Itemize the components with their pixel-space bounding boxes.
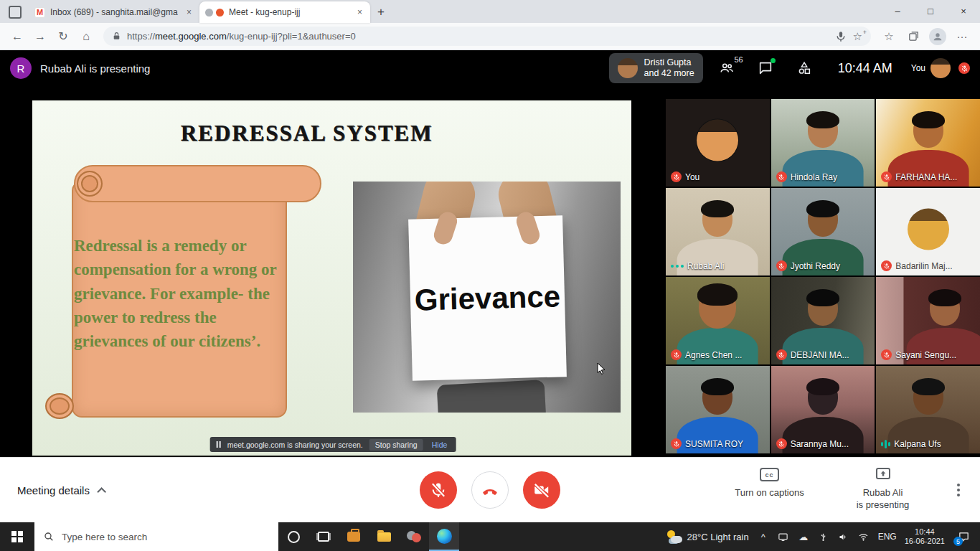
mic-muted-icon (671, 438, 682, 449)
voice-search-icon[interactable] (834, 30, 847, 43)
home-icon[interactable]: ⌂ (76, 27, 96, 47)
participant-tile[interactable]: Jyothi Reddy (771, 188, 875, 276)
file-explorer-icon[interactable] (369, 522, 399, 551)
leave-call-button[interactable] (471, 471, 509, 509)
participant-label: SUSMITA ROY (671, 438, 743, 449)
meeting-details-button[interactable]: Meeting details (17, 458, 103, 522)
person-head (808, 380, 838, 415)
more-options-icon[interactable] (953, 479, 964, 501)
back-icon[interactable]: ← (7, 27, 27, 47)
browser-menu-icon[interactable]: ··· (951, 27, 973, 47)
language-indicator[interactable]: ENG (878, 532, 897, 542)
task-view-icon[interactable] (308, 522, 339, 551)
chat-unread-dot (771, 58, 776, 63)
participant-name: Sarannya Mu... (791, 439, 849, 449)
participant-tile[interactable]: Hindola Ray (771, 99, 875, 187)
activities-icon[interactable] (789, 53, 819, 83)
participant-tile[interactable]: You (666, 99, 770, 187)
participant-count-badge: 56 (734, 55, 743, 64)
chat-icon[interactable] (750, 53, 781, 83)
gmail-favicon: M (34, 7, 45, 18)
presenting-status[interactable]: Rubab Ali is presenting (838, 465, 928, 511)
lock-icon (112, 32, 121, 41)
cortana-icon[interactable] (278, 522, 308, 551)
refresh-icon[interactable]: ↻ (53, 27, 73, 47)
presenter-avatar: R (10, 57, 32, 79)
participant-tile[interactable]: FARHANA HA... (876, 99, 980, 187)
mic-muted-icon (776, 260, 787, 271)
network-icon[interactable] (857, 530, 870, 543)
mouse-cursor (597, 362, 606, 375)
action-center-icon[interactable]: 5 (953, 526, 974, 547)
person-head (808, 202, 838, 237)
participant-tile[interactable]: Sayani Sengu... (876, 277, 980, 364)
app-suitcase-icon[interactable] (339, 522, 369, 551)
stop-sharing-button[interactable]: Stop sharing (369, 439, 423, 451)
volume-icon[interactable] (837, 530, 850, 543)
tab-gmail[interactable]: M Inbox (689) - sanghita.mail@gma × (29, 1, 199, 23)
profile-avatar[interactable] (927, 27, 948, 47)
participant-tile[interactable]: Rubab Ali (666, 188, 770, 276)
person-head (702, 380, 732, 415)
favorites-icon[interactable]: ☆ (878, 27, 900, 47)
participant-name: Agnes Chen ... (685, 350, 742, 360)
browser-address-bar: ← → ↻ ⌂ https://meet.google.com/kug-enup… (0, 23, 980, 50)
start-button[interactable] (0, 522, 34, 551)
present-icon (875, 465, 892, 482)
maximize-button[interactable]: □ (914, 0, 947, 22)
collections-icon[interactable] (903, 27, 924, 47)
camera-toggle-button[interactable] (523, 471, 560, 509)
display-icon[interactable] (777, 530, 790, 543)
app-meetnow-icon[interactable] (399, 522, 429, 551)
participant-grid: You Hindola Ray FARHANA HA... (666, 86, 980, 458)
onedrive-icon[interactable]: ☁ (797, 530, 810, 543)
participant-tile[interactable]: DEBJANI MA... (771, 277, 875, 364)
close-window-button[interactable]: × (947, 0, 980, 22)
participants-pill[interactable]: Dristi Gupta and 42 more (609, 53, 703, 83)
mic-muted-icon (776, 171, 787, 182)
usb-icon[interactable] (817, 530, 830, 543)
windows-logo-icon (11, 531, 23, 542)
self-mic-muted-icon (958, 62, 970, 74)
forward-icon[interactable]: → (30, 27, 50, 47)
participant-label: DEBJANI MA... (776, 349, 849, 360)
participant-tile[interactable]: Agnes Chen ... (666, 277, 770, 364)
self-avatar (930, 58, 951, 78)
notification-count-badge: 5 (953, 537, 963, 546)
taskbar-search[interactable]: Type here to search (34, 522, 278, 551)
tab-actions-icon[interactable] (9, 6, 22, 19)
participant-avatar (697, 120, 738, 161)
participant-avatar (908, 209, 949, 250)
tab-title: Inbox (689) - sanghita.mail@gma (50, 7, 179, 17)
self-view-indicator[interactable]: You (911, 58, 970, 78)
minimize-button[interactable]: – (881, 0, 914, 22)
participant-label: Rubab Ali (671, 260, 724, 271)
windows-taskbar: Type here to search 28°C Light rain ^ ☁ … (0, 522, 980, 551)
captions-icon: cc (760, 468, 779, 481)
url-field[interactable]: https://meet.google.com/kug-enup-ijj?pli… (103, 27, 871, 46)
hide-share-bar-button[interactable]: Hide (430, 441, 450, 449)
new-tab-button[interactable]: + (370, 1, 392, 23)
close-tab-icon[interactable]: × (355, 7, 364, 17)
participants-icon[interactable]: 56 (712, 53, 742, 83)
taskbar-clock[interactable]: 10:44 16-06-2021 (905, 527, 945, 546)
mic-muted-icon (881, 260, 892, 271)
participant-tile[interactable]: Badarilin Maj... (876, 188, 980, 276)
add-favorite-icon[interactable]: ☆+ (853, 30, 862, 43)
participant-tile[interactable]: Kalpana Ufs (876, 366, 980, 453)
participant-tile[interactable]: Sarannya Mu... (771, 366, 875, 453)
participant-label: Badarilin Maj... (881, 260, 952, 271)
presenting-banner-text: Rubab Ali is presenting (40, 62, 150, 75)
mic-toggle-button[interactable] (420, 471, 457, 509)
participant-tile[interactable]: SUSMITA ROY (666, 366, 770, 453)
edge-icon[interactable] (429, 522, 459, 551)
grievance-image: Grievance (353, 182, 621, 413)
close-tab-icon[interactable]: × (184, 7, 194, 17)
participant-name: Sayani Sengu... (895, 350, 956, 360)
captions-button[interactable]: cc Turn on captions (721, 468, 818, 498)
participant-label: Sarannya Mu... (776, 438, 849, 449)
hidden-icons-chevron[interactable]: ^ (757, 530, 770, 543)
participant-name: DEBJANI MA... (791, 350, 849, 360)
weather-widget[interactable]: 28°C Light rain (666, 530, 749, 543)
tab-meet[interactable]: Meet - kug-enup-ijj × (199, 1, 370, 23)
